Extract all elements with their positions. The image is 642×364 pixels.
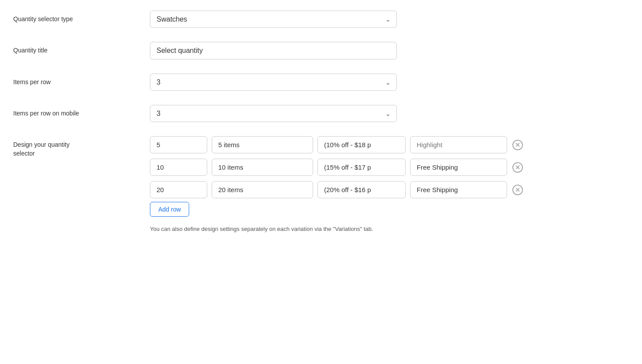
items-per-row-row: Items per row 1 2 3 4 5 6 ⌄: [13, 72, 629, 91]
table-row: ✕: [150, 181, 629, 198]
close-icon: ✕: [512, 185, 523, 195]
items-per-row-label: Items per row: [13, 74, 150, 87]
quantity-rows: ✕ ✕: [150, 136, 629, 198]
quantity-selector-type-control: Swatches Dropdown Buttons ⌄: [150, 11, 629, 28]
add-row-button[interactable]: Add row: [150, 202, 189, 217]
items-per-row-control: 1 2 3 4 5 6 ⌄: [150, 74, 629, 91]
qty-value-input[interactable]: [150, 136, 207, 153]
items-per-row-wrapper: 1 2 3 4 5 6 ⌄: [150, 74, 397, 91]
quantity-selector-type-label: Quantity selector type: [13, 11, 150, 24]
close-icon: ✕: [512, 162, 523, 173]
quantity-title-label: Quantity title: [13, 42, 150, 55]
items-per-row-select[interactable]: 1 2 3 4 5 6: [150, 74, 397, 91]
qty-description-input[interactable]: [317, 159, 406, 176]
qty-highlight-input[interactable]: [410, 159, 507, 176]
settings-form: Quantity selector type Swatches Dropdown…: [13, 9, 629, 232]
table-row: ✕: [150, 136, 629, 153]
quantity-selector-type-row: Quantity selector type Swatches Dropdown…: [13, 9, 629, 28]
items-per-row-mobile-wrapper: 1 2 3 4 5 6 ⌄: [150, 105, 397, 122]
qty-description-input[interactable]: [317, 181, 406, 198]
quantity-title-input[interactable]: [150, 42, 397, 59]
qty-label-input[interactable]: [212, 181, 313, 198]
quantity-selector-type-wrapper: Swatches Dropdown Buttons ⌄: [150, 11, 397, 28]
qty-label-input[interactable]: [212, 159, 313, 176]
remove-row-button[interactable]: ✕: [511, 161, 524, 174]
remove-row-button[interactable]: ✕: [511, 184, 524, 196]
design-selector-row: Design your quantity selector ✕: [13, 134, 629, 232]
hint-text: You can also define design settings sepa…: [150, 226, 629, 232]
qty-highlight-input[interactable]: [410, 136, 507, 153]
quantity-title-row: Quantity title: [13, 40, 629, 59]
items-per-row-mobile-label: Items per row on mobile: [13, 105, 150, 118]
qty-description-input[interactable]: [317, 136, 406, 153]
remove-row-button[interactable]: ✕: [511, 139, 524, 151]
qty-value-input[interactable]: [150, 181, 207, 198]
quantity-selector-type-select[interactable]: Swatches Dropdown Buttons: [150, 11, 397, 28]
qty-value-input[interactable]: [150, 159, 207, 176]
table-row: ✕: [150, 159, 629, 176]
design-selector-control: ✕ ✕: [150, 136, 629, 232]
items-per-row-mobile-row: Items per row on mobile 1 2 3 4 5 6 ⌄: [13, 103, 629, 122]
design-selector-label: Design your quantity selector: [13, 136, 150, 158]
qty-label-input[interactable]: [212, 136, 313, 153]
close-icon: ✕: [512, 140, 523, 150]
quantity-title-control: [150, 42, 629, 59]
items-per-row-mobile-control: 1 2 3 4 5 6 ⌄: [150, 105, 629, 122]
qty-highlight-input[interactable]: [410, 181, 507, 198]
items-per-row-mobile-select[interactable]: 1 2 3 4 5 6: [150, 105, 397, 122]
